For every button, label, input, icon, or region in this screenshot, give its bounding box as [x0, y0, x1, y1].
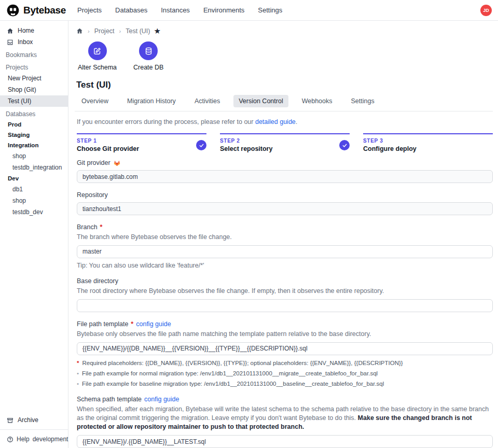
quick-actions: Alter Schema Create DB [78, 41, 493, 71]
detailed-guide-link[interactable]: detailed guide [255, 118, 296, 125]
note-marker: * [77, 359, 79, 367]
sidebar-item-new-project[interactable]: New Project [0, 73, 68, 84]
sidebar-db-testdb-integration[interactable]: testdb_integration [0, 162, 68, 173]
notice-text: If you encounter errors during the proce… [77, 118, 255, 125]
database-icon [139, 41, 158, 60]
schema-path-template-input[interactable] [77, 435, 493, 448]
note-marker: • [77, 370, 79, 377]
git-provider-group: Git provider [77, 159, 493, 183]
required-asterisk: * [131, 320, 133, 328]
sidebar-section-projects: Projects [0, 60, 68, 73]
step-title: Choose Git provider [77, 145, 206, 152]
nav-item-databases[interactable]: Databases [115, 6, 147, 14]
nav-item-settings[interactable]: Settings [258, 6, 282, 14]
file-path-notes: * Required placeholders: {{DB_NAME}}, {{… [77, 359, 493, 388]
sidebar-item-help[interactable]: Help [17, 436, 30, 443]
tab-version-control[interactable]: Version Control [233, 95, 288, 107]
schema-path-template-group: Schema path template config guide When s… [77, 396, 493, 448]
file-path-template-label: File path template [77, 320, 128, 328]
branch-tip: Tip: You can also use wildcard like 'fea… [77, 262, 493, 269]
sidebar-item-inbox[interactable]: Inbox [0, 36, 68, 48]
step-2-select-repository: STEP 2 Select repository [220, 133, 350, 152]
required-asterisk: * [100, 223, 103, 231]
note-normal-migration-example: • File path example for normal migration… [77, 370, 493, 377]
sidebar-item-label: Home [18, 27, 34, 34]
breadcrumb-separator: › [88, 28, 90, 34]
favorite-star-icon[interactable]: ★ [154, 27, 160, 35]
sidebar-item-shop-git[interactable]: Shop (Git) [0, 84, 68, 95]
sidebar-env-dev[interactable]: Dev [0, 173, 68, 184]
sidebar-db-shop-integration[interactable]: shop [0, 150, 68, 162]
nav-item-environments[interactable]: Environments [203, 6, 244, 14]
step-3-configure-deploy: STEP 3 Configure deploy [363, 133, 493, 152]
help-icon [7, 436, 13, 443]
project-tabs: Overview Migration History Activities Ve… [75, 95, 493, 111]
top-nav-links: Projects Databases Instances Environment… [77, 6, 282, 14]
file-path-template-group: File path template * config guide Byteba… [77, 320, 493, 388]
edit-schema-icon [88, 41, 107, 60]
breadcrumb-home-icon[interactable] [76, 27, 83, 34]
gitlab-icon [113, 159, 121, 166]
sidebar-env-integration[interactable]: Integration [0, 140, 68, 150]
file-path-config-guide-link[interactable]: config guide [136, 320, 171, 328]
step-complete-check-icon [196, 140, 206, 150]
tab-webhooks[interactable]: Webhooks [297, 95, 338, 107]
step-label: STEP 3 [363, 138, 493, 144]
notice-suffix: . [296, 118, 297, 125]
wizard-steps: STEP 1 Choose Git provider STEP 2 Select… [77, 133, 493, 152]
note-text: File path example for normal migration t… [82, 370, 378, 377]
step-label: STEP 1 [77, 138, 206, 144]
nav-item-projects[interactable]: Projects [77, 6, 102, 14]
sidebar-item-home[interactable]: Home [0, 25, 68, 36]
create-db-button[interactable]: Create DB [133, 41, 163, 71]
bytebase-brand[interactable]: Bytebase [6, 4, 66, 17]
step-title: Configure deploy [363, 145, 493, 152]
branch-group: Branch * The branch where Bytebase obser… [77, 223, 493, 269]
schema-path-config-guide-link[interactable]: config guide [144, 396, 179, 403]
version-control-panel: If you encounter errors during the proce… [75, 111, 493, 448]
top-navbar: Bytebase Projects Databases Instances En… [0, 0, 498, 21]
alter-schema-button[interactable]: Alter Schema [78, 41, 117, 71]
file-path-template-input[interactable] [77, 342, 493, 355]
repository-group: Repository [77, 191, 493, 215]
left-sidebar: Home Inbox Bookmarks Projects New Projec… [0, 21, 68, 448]
note-marker: • [77, 380, 79, 388]
sidebar-divider [0, 429, 68, 430]
sidebar-item-archive[interactable]: Archive [0, 414, 68, 426]
branch-description: The branch where Bytebase observes the f… [77, 233, 493, 242]
sidebar-db-db1[interactable]: db1 [0, 184, 68, 195]
sidebar-item-test-ui[interactable]: Test (UI) [0, 95, 68, 107]
archive-icon [7, 417, 13, 424]
file-path-description: Bytebase only observes the file path nam… [77, 330, 493, 339]
nav-item-instances[interactable]: Instances [161, 6, 190, 14]
schema-path-description: When specified, after each migration, By… [77, 405, 493, 431]
git-provider-input[interactable] [77, 170, 493, 183]
tab-overview[interactable]: Overview [76, 95, 114, 107]
user-avatar[interactable]: JD [480, 5, 492, 16]
breadcrumb-separator: › [119, 28, 121, 34]
quick-action-label: Create DB [133, 64, 163, 71]
repository-label: Repository [77, 191, 108, 199]
inbox-icon [7, 39, 13, 46]
tab-activities[interactable]: Activities [189, 95, 225, 107]
step-complete-check-icon [339, 140, 350, 150]
base-directory-description: The root directory where Bytebase observ… [77, 287, 493, 296]
base-directory-input[interactable] [77, 299, 493, 312]
sidebar-db-shop-dev[interactable]: shop [0, 195, 68, 206]
breadcrumb-project[interactable]: Project [94, 27, 115, 35]
step-1-choose-git-provider: STEP 1 Choose Git provider [77, 133, 206, 152]
sidebar-env-staging[interactable]: Staging [0, 130, 68, 140]
tab-migration-history[interactable]: Migration History [122, 95, 181, 107]
note-required-placeholders: * Required placeholders: {{DB_NAME}}, {{… [77, 359, 493, 367]
branch-input[interactable] [77, 245, 493, 258]
sidebar-item-label: Inbox [18, 38, 33, 46]
sidebar-env-prod[interactable]: Prod [0, 119, 68, 130]
note-text: File path example for baseline migration… [82, 380, 384, 388]
step-label: STEP 2 [220, 138, 350, 144]
repository-input[interactable] [77, 202, 493, 215]
home-icon [7, 27, 13, 34]
tab-settings[interactable]: Settings [346, 95, 380, 107]
sidebar-db-testdb-dev[interactable]: testdb_dev [0, 206, 68, 218]
error-notice: If you encounter errors during the proce… [77, 118, 493, 125]
bytebase-logo-icon [6, 4, 20, 17]
